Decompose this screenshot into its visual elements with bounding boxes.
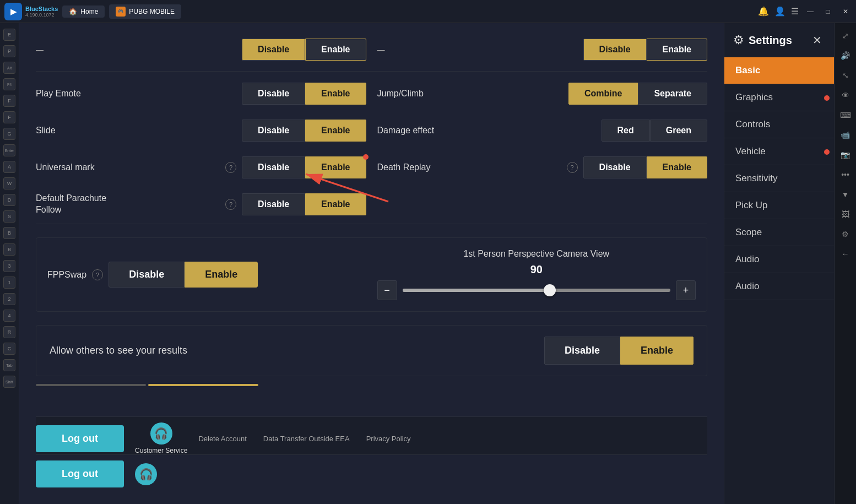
sidebar-item-pickup[interactable]: Pick Up (724, 192, 834, 219)
slider-minus-btn[interactable]: − (377, 280, 397, 300)
fpp-enable-btn[interactable]: Enable (185, 262, 258, 288)
fpp-section: FPPSwap ? Disable Enable 1st Person Pers… (36, 237, 707, 312)
progress-bar-2 (148, 384, 258, 386)
universal-mark-disable-btn[interactable]: Disable (242, 156, 305, 178)
top-left-disable-btn[interactable]: Disable (242, 39, 305, 61)
menu-icon[interactable]: ☰ (791, 6, 799, 17)
fpp-disable-btn[interactable]: Disable (109, 262, 185, 288)
action-arrows-icon[interactable]: ⤢ (837, 28, 854, 44)
kb-key-4: 4 (3, 310, 15, 322)
jump-climb-label: Jump/Climb (377, 89, 563, 99)
parachute-follow-label: Default ParachuteFollow (36, 193, 220, 216)
sidebar-item-scope[interactable]: Scope (724, 219, 834, 246)
customer-service-icon-2: 🎧 (135, 463, 157, 485)
allow-disable-btn[interactable]: Disable (544, 337, 620, 365)
top-right-disable-btn[interactable]: Disable (583, 39, 647, 61)
action-video-icon[interactable]: 📹 (837, 127, 854, 143)
parachute-follow-disable-btn[interactable]: Disable (242, 193, 305, 215)
parachute-follow-enable-btn[interactable]: Enable (305, 193, 366, 215)
sidebar-item-graphics[interactable]: Graphics (724, 84, 834, 111)
action-keyboard-icon[interactable]: ⌨ (837, 107, 854, 123)
slide-disable-btn[interactable]: Disable (242, 120, 305, 142)
logout-button[interactable]: Log out (36, 425, 124, 452)
titlebar-controls: 🔔 👤 ☰ — □ ✕ (758, 6, 852, 18)
kb-key-f2: F (3, 111, 15, 123)
home-label: Home (80, 8, 98, 15)
universal-mark-btn-group: Disable Enable (242, 156, 366, 178)
action-volume-icon[interactable]: 🔊 (837, 47, 854, 64)
slider-thumb[interactable] (544, 284, 556, 296)
action-gear-icon[interactable]: ⚙ (837, 226, 854, 242)
top-right-enable-btn[interactable]: Enable (647, 39, 707, 61)
bottom-bar: Log out 🎧 Customer Service Delete Accoun… (36, 416, 707, 454)
slider-row: − + (377, 280, 696, 300)
close-button[interactable]: ✕ (839, 6, 852, 18)
damage-green-btn[interactable]: Green (650, 120, 707, 142)
action-down-icon[interactable]: ▼ (837, 186, 854, 203)
play-emote-disable-btn[interactable]: Disable (242, 83, 305, 105)
jump-climb-combine-btn[interactable]: Combine (568, 83, 638, 105)
fpp-btn-group: Disable Enable (109, 262, 258, 288)
data-transfer-link[interactable]: Data Transfer Outside EEA (263, 435, 350, 443)
action-back-icon[interactable]: ← (837, 246, 854, 262)
settings-close-button[interactable]: ✕ (809, 32, 825, 48)
sidebar-item-pickup-label: Pick Up (735, 200, 768, 210)
sidebar-item-audio[interactable]: Audio (724, 246, 834, 273)
settings-grid: Play Emote Disable Enable Jump/Climb Com… (36, 78, 707, 219)
delete-account-link[interactable]: Delete Account (198, 435, 246, 443)
slider-track[interactable] (403, 289, 671, 292)
universal-mark-help-icon[interactable]: ? (225, 162, 236, 173)
slider-plus-btn[interactable]: + (676, 280, 696, 300)
bell-icon[interactable]: 🔔 (758, 6, 769, 17)
settings-row-3: Universal mark ? Disable Enable Death Re… (36, 152, 707, 182)
action-expand-icon[interactable]: ⤡ (837, 67, 854, 84)
action-more-icon[interactable]: ••• (837, 166, 854, 183)
kb-key-alt: Alt (3, 62, 15, 74)
damage-effect-label: Damage effect (377, 126, 596, 136)
slide-enable-btn[interactable]: Enable (305, 120, 366, 142)
jump-climb-separate-btn[interactable]: Separate (638, 83, 707, 105)
kb-key-a: A (3, 161, 15, 173)
allow-enable-btn[interactable]: Enable (620, 337, 694, 365)
action-camera-icon[interactable]: 📷 (837, 147, 854, 163)
customer-service-icon: 🎧 (150, 422, 172, 445)
bluestacks-name: BlueStacks (25, 6, 58, 12)
kb-key-c: C (3, 343, 15, 355)
camera-value: 90 (530, 263, 543, 276)
death-replay-disable-btn[interactable]: Disable (583, 156, 647, 178)
bottom-bar-2: Log out 🎧 (36, 454, 707, 493)
universal-mark-enable-btn[interactable]: Enable (305, 156, 366, 178)
tab-home[interactable]: 🏠 Home (62, 6, 105, 18)
tab-pubg[interactable]: 🎮 PUBG MOBILE (109, 4, 181, 19)
settings-title-row: ⚙ Settings (733, 33, 792, 47)
logout-button-2[interactable]: Log out (36, 460, 124, 487)
allow-btn-group: Disable Enable (544, 337, 694, 365)
fpp-help-icon[interactable]: ? (92, 269, 103, 280)
sidebar-item-sensitivity[interactable]: Sensitivity (724, 165, 834, 192)
sidebar-item-basic[interactable]: Basic (724, 57, 834, 84)
user-icon[interactable]: 👤 (774, 6, 785, 17)
privacy-policy-link[interactable]: Privacy Policy (366, 435, 411, 443)
kb-key-p: P (3, 45, 15, 57)
parachute-follow-help-icon[interactable]: ? (225, 199, 236, 210)
customer-service-item-2[interactable]: 🎧 (135, 463, 157, 485)
top-left-enable-btn[interactable]: Enable (305, 39, 366, 61)
play-emote-enable-btn[interactable]: Enable (305, 83, 366, 105)
play-emote-label: Play Emote (36, 89, 236, 99)
damage-effect-btn-group: Red Green (602, 120, 707, 142)
death-replay-help-icon[interactable]: ? (567, 162, 578, 173)
action-image-icon[interactable]: 🖼 (837, 206, 854, 223)
kb-key-tab: Tab (3, 359, 15, 371)
damage-red-btn[interactable]: Red (602, 120, 650, 142)
slider-fill (403, 289, 550, 292)
sidebar-item-vehicle[interactable]: Vehicle (724, 138, 834, 165)
minimize-button[interactable]: — (804, 6, 816, 18)
sidebar-item-audio2[interactable]: Audio (724, 273, 834, 300)
settings-row-4: Default ParachuteFollow ? Disable Enable (36, 189, 707, 219)
action-eye-icon[interactable]: 👁 (837, 87, 854, 104)
maximize-button[interactable]: □ (822, 6, 834, 18)
death-replay-enable-btn[interactable]: Enable (647, 156, 707, 178)
sidebar-item-controls[interactable]: Controls (724, 111, 834, 138)
customer-service-item[interactable]: 🎧 Customer Service (135, 422, 187, 454)
content-area: — Disable Enable — Disable Enable Play (19, 23, 724, 504)
